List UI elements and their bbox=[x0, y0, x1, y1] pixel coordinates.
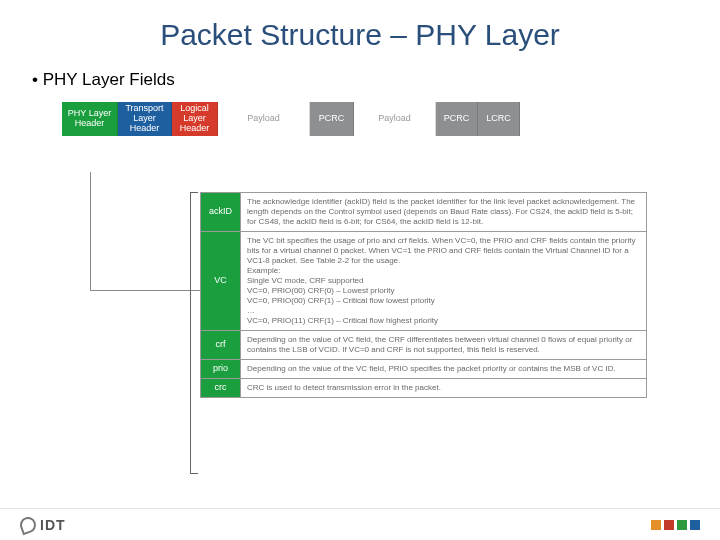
packet-pcrc-1: PCRC bbox=[310, 102, 354, 136]
square-icon bbox=[651, 520, 661, 530]
connector-vertical bbox=[90, 172, 91, 290]
connector-bracket bbox=[190, 192, 198, 474]
field-crf-desc: Depending on the value of VC field, the … bbox=[241, 331, 647, 360]
square-icon bbox=[690, 520, 700, 530]
footer-color-squares bbox=[651, 520, 700, 530]
page-title: Packet Structure – PHY Layer bbox=[0, 0, 720, 52]
packet-logical-header: Logical Layer Header bbox=[172, 102, 218, 136]
field-ackid-label: ackID bbox=[201, 193, 241, 232]
table-row: crc CRC is used to detect transmission e… bbox=[201, 379, 647, 398]
field-crc-desc: CRC is used to detect transmission error… bbox=[241, 379, 647, 398]
bullet-row: PHY Layer Fields bbox=[0, 52, 720, 98]
square-icon bbox=[664, 520, 674, 530]
field-crc-label: crc bbox=[201, 379, 241, 398]
packet-strip: PHY Layer Header Transport Layer Header … bbox=[62, 102, 720, 136]
field-ackid-desc: The acknowledge identifier (ackID) field… bbox=[241, 193, 647, 232]
square-icon bbox=[677, 520, 687, 530]
footer: IDT bbox=[0, 508, 720, 540]
field-vc-label: VC bbox=[201, 232, 241, 331]
packet-payload-1: Payload bbox=[218, 102, 310, 136]
packet-transport-header: Transport Layer Header bbox=[118, 102, 172, 136]
table-row: crf Depending on the value of VC field, … bbox=[201, 331, 647, 360]
logo-swirl-icon bbox=[18, 514, 39, 535]
packet-phy-header: PHY Layer Header bbox=[62, 102, 118, 136]
logo-text: IDT bbox=[40, 517, 66, 533]
field-crf-label: crf bbox=[201, 331, 241, 360]
field-vc-desc: The VC bit specifies the usage of prio a… bbox=[241, 232, 647, 331]
packet-payload-2: Payload bbox=[354, 102, 436, 136]
field-prio-label: prio bbox=[201, 360, 241, 379]
logo: IDT bbox=[20, 517, 66, 533]
packet-pcrc-2: PCRC bbox=[436, 102, 478, 136]
bullet-subtitle: PHY Layer Fields bbox=[32, 70, 175, 89]
connector-horizontal bbox=[90, 290, 200, 291]
packet-lcrc: LCRC bbox=[478, 102, 520, 136]
table-row: ackID The acknowledge identifier (ackID)… bbox=[201, 193, 647, 232]
table-row: VC The VC bit specifies the usage of pri… bbox=[201, 232, 647, 331]
table-row: prio Depending on the value of the VC fi… bbox=[201, 360, 647, 379]
field-prio-desc: Depending on the value of the VC field, … bbox=[241, 360, 647, 379]
field-description-table: ackID The acknowledge identifier (ackID)… bbox=[200, 192, 647, 398]
